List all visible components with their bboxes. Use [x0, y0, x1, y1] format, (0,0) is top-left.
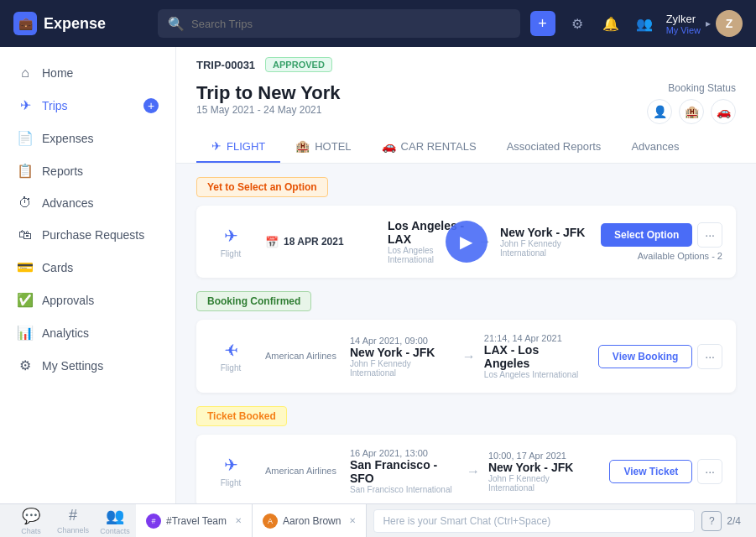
flight-route: 16 Apr 2021, 13:00 San Francisco - SFO S…	[350, 448, 592, 494]
channels-nav[interactable]: # Channels	[52, 507, 94, 534]
sidebar-item-label: Advances	[42, 196, 93, 210]
trip-dates: 15 May 2021 - 24 May 2021	[196, 104, 341, 116]
flight-date: 18 APR 2021	[284, 236, 344, 248]
nav-count: 2/4	[722, 515, 746, 527]
status-badge: APPROVED	[265, 57, 332, 72]
flight-route: 14 Apr 2021, 09:00 New York - JFK John F…	[350, 333, 585, 379]
user-info[interactable]: Zylker My View ▸ Z	[666, 10, 743, 37]
notifications-btn[interactable]: 🔔	[599, 12, 623, 35]
contacts-nav[interactable]: 👥 Contacts	[94, 507, 136, 535]
booking-icon-car[interactable]: 🚗	[711, 99, 736, 124]
sidebar-item-expenses[interactable]: 📄 Expenses	[0, 122, 175, 154]
sidebar-item-trips[interactable]: ✈ Trips +	[0, 89, 175, 122]
ticket-booked-section: Ticket Booked ✈ Flight American Airlines…	[196, 406, 736, 503]
from-time: 16 Apr 2021, 13:00	[350, 448, 458, 458]
tab-label: Advances	[631, 140, 679, 153]
to-airport: John F Kennedy International	[500, 239, 587, 258]
tab-flight[interactable]: ✈ FLIGHT	[196, 131, 280, 163]
aaron-avatar: A	[263, 514, 278, 529]
sidebar-item-label: Expenses	[42, 132, 93, 145]
close-tab-button[interactable]: ✕	[349, 516, 356, 525]
add-button[interactable]: +	[530, 11, 555, 36]
smart-chat-input[interactable]: Here is your Smart Chat (Ctrl+Space)	[373, 509, 695, 533]
from-city: San Francisco - SFO	[350, 458, 458, 485]
chats-nav[interactable]: 💬 Chats	[10, 507, 52, 535]
tab-label: Associated Reports	[507, 140, 602, 153]
tab-hotel[interactable]: 🏨 HOTEL	[280, 131, 366, 163]
add-trip-badge[interactable]: +	[143, 98, 159, 113]
more-options-button[interactable]: ···	[697, 222, 722, 248]
flight-type-label: Flight	[221, 363, 241, 373]
sidebar-item-approvals[interactable]: ✅ Approvals	[0, 284, 175, 316]
sidebar-item-my-settings[interactable]: ⚙ My Settings	[0, 349, 175, 382]
view-booking-button[interactable]: View Booking	[598, 345, 692, 368]
help-button[interactable]: ?	[701, 511, 722, 531]
content-body: Yet to Select an Option ✈ Flight 📅 18 AP…	[176, 164, 756, 503]
yet-to-select-label: Yet to Select an Option	[196, 177, 328, 197]
flight-card: ✈ Flight 📅 18 APR 2021 Los Angeles - LAX…	[196, 206, 736, 278]
tab-associated-reports[interactable]: Associated Reports	[492, 131, 617, 163]
user-view: My View	[666, 25, 701, 35]
booking-icon-person[interactable]: 👤	[647, 99, 672, 124]
sidebar-item-label: Approvals	[42, 294, 94, 307]
flight-to: New York - JFK John F Kennedy Internatio…	[500, 226, 587, 258]
view-ticket-button[interactable]: View Ticket	[609, 460, 692, 483]
flight-type-col: ✈ Flight	[210, 455, 252, 487]
to-airport: Los Angeles International	[484, 370, 585, 379]
close-tab-button[interactable]: ✕	[235, 516, 242, 525]
sidebar-item-reports[interactable]: 📋 Reports	[0, 154, 175, 187]
sidebar-item-advances[interactable]: ⏱ Advances	[0, 187, 175, 219]
sidebar-item-purchase-requests[interactable]: 🛍 Purchase Requests	[0, 219, 175, 251]
trip-title-section: Trip to New York 15 May 2021 - 24 May 20…	[196, 82, 341, 128]
trips-icon: ✈	[17, 97, 34, 113]
tab-label: CAR RENTALS	[401, 140, 477, 153]
flight-tab-icon: ✈	[211, 139, 222, 153]
tab-label: FLIGHT	[227, 140, 265, 153]
sidebar-item-home[interactable]: ⌂ Home	[0, 57, 175, 89]
to-time: 10:00, 17 Apr 2021	[488, 451, 592, 461]
tab-car-rentals[interactable]: 🚗 CAR RENTALS	[367, 131, 492, 163]
booking-icon-hotel[interactable]: 🏨	[679, 99, 704, 124]
analytics-icon: 📊	[17, 325, 34, 341]
select-option-button[interactable]: Select Option	[601, 223, 692, 247]
flight-from: 16 Apr 2021, 13:00 San Francisco - SFO S…	[350, 448, 458, 494]
main-content: TRIP-00031 APPROVED Trip to New York 15 …	[176, 47, 756, 503]
sidebar-item-analytics[interactable]: 📊 Analytics	[0, 316, 175, 349]
user-name: Zylker	[666, 13, 701, 25]
action-row: View Booking ···	[598, 344, 722, 369]
avatar: Z	[716, 10, 743, 37]
bottom-bar: 💬 Chats # Channels 👥 Contacts # #Travel …	[0, 503, 756, 537]
flight-card: ✈ Flight American Airlines 16 Apr 2021, …	[196, 435, 736, 503]
chats-label: Chats	[21, 527, 41, 535]
search-input[interactable]	[191, 18, 510, 30]
chat-tab-travel-team[interactable]: # #Travel Team ✕	[136, 504, 253, 537]
action-row: Select Option ···	[601, 222, 722, 248]
chat-tab-label: #Travel Team	[166, 515, 227, 527]
more-options-button[interactable]: ···	[697, 344, 722, 369]
search-bar[interactable]: 🔍	[158, 9, 520, 38]
reports-icon: 📋	[17, 163, 34, 179]
brand-icon: 💼	[13, 12, 37, 35]
tab-advances[interactable]: Advances	[616, 131, 694, 163]
trip-title-row: Trip to New York 15 May 2021 - 24 May 20…	[196, 82, 736, 128]
cards-icon: 💳	[17, 259, 34, 275]
flight-type-label: Flight	[221, 478, 241, 487]
sidebar-item-label: Analytics	[42, 326, 89, 340]
calendar-icon: 📅	[265, 236, 279, 248]
sidebar-item-cards[interactable]: 💳 Cards	[0, 251, 175, 284]
settings-icon-btn[interactable]: ⚙	[566, 12, 589, 35]
booking-icons: 👤 🏨 🚗	[647, 99, 736, 124]
play-video-button[interactable]: ▶	[446, 221, 487, 263]
main-layout: ⌂ Home ✈ Trips + 📄 Expenses 📋 Reports ⏱ …	[0, 47, 756, 503]
tab-label: HOTEL	[315, 140, 351, 153]
action-row: View Ticket ···	[609, 459, 722, 484]
trip-title: Trip to New York	[196, 82, 341, 104]
more-options-button[interactable]: ···	[697, 459, 722, 484]
booking-status-section: Booking Status 👤 🏨 🚗	[647, 82, 736, 124]
flight-card: ✈ Flight American Airlines 14 Apr 2021, …	[196, 320, 736, 393]
yet-to-select-section: Yet to Select an Option ✈ Flight 📅 18 AP…	[196, 177, 736, 278]
to-city: New York - JFK	[488, 461, 592, 474]
chat-tab-aaron-brown[interactable]: A Aaron Brown ✕	[253, 504, 367, 537]
contacts-btn[interactable]: 👥	[633, 12, 656, 35]
brand-logo: 💼 Expense	[13, 12, 148, 35]
